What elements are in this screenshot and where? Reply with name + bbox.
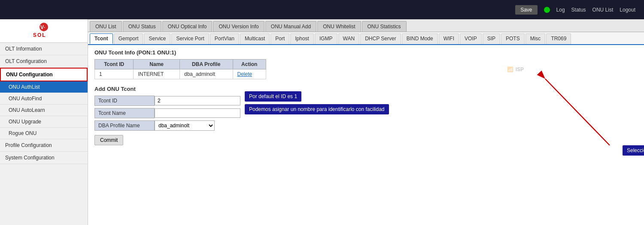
form-row-tcont-name: Tcont Name: [94, 108, 240, 118]
tab-onu-list[interactable]: ONU List: [90, 21, 122, 32]
tab-onu-version-info[interactable]: ONU Version Info: [213, 21, 264, 32]
tab-igmp[interactable]: IGMP: [315, 33, 337, 44]
tab-onu-optical-info[interactable]: ONU Optical Info: [162, 21, 213, 32]
tab-onu-status[interactable]: ONU Status: [123, 21, 161, 32]
tab-wan[interactable]: WAN: [338, 33, 360, 44]
sidebar-item-onu-configuration[interactable]: ONU Configuration: [0, 68, 88, 81]
delete-link[interactable]: Delete: [237, 71, 252, 77]
logout-link[interactable]: Logout: [620, 7, 635, 13]
col-name: Name: [134, 60, 180, 69]
secondary-tab-bar: Tcont Gemport Service Service Port PortV…: [88, 32, 644, 45]
isp-text: ISP: [516, 66, 524, 72]
cell-tcont-id: 1: [95, 69, 134, 79]
label-tcont-name: Tcont Name: [94, 108, 155, 118]
wifi-symbol: 📶: [507, 66, 513, 72]
tab-wifi[interactable]: WIFI: [439, 33, 459, 44]
tab-portvlan[interactable]: PortVlan: [210, 33, 239, 44]
tab-onu-whitelist[interactable]: ONU Whitelist: [317, 21, 361, 32]
callout-group-1: Por default el ID es 1: [245, 92, 283, 101]
sidebar-item-system-configuration[interactable]: System Configuration: [0, 152, 88, 164]
logo: V· SOL: [0, 19, 88, 43]
onu-list-link[interactable]: ONU List: [592, 7, 614, 13]
tab-voip[interactable]: VOIP: [460, 33, 482, 44]
col-action: Action: [233, 60, 266, 69]
col-tcont-id: Tcont ID: [95, 60, 134, 69]
isp-watermark: 📶 ISP: [507, 66, 524, 72]
cell-name: INTERNET: [134, 69, 180, 79]
callout-box-3: Seleccionamos el DBA Profile creado ante…: [623, 145, 644, 156]
sidebar-item-profile-configuration[interactable]: Profile Configuration: [0, 139, 88, 152]
save-button[interactable]: Save: [515, 5, 537, 15]
tab-sip[interactable]: SIP: [483, 33, 500, 44]
form-row-dba-profile: DBA Profile Name dba_adminolt: [94, 120, 240, 131]
sidebar-sub-item-onu-autofind[interactable]: ONU AutoFind: [0, 93, 88, 105]
callout-box-2: Podemos asignar un nombre para identific…: [245, 104, 389, 114]
col-dba-profile: DBA Profile: [179, 60, 233, 69]
tab-dhcp-server[interactable]: DHCP Server: [360, 33, 401, 44]
tab-gemport[interactable]: Gemport: [114, 33, 143, 44]
tab-multicast[interactable]: Multicast: [240, 33, 270, 44]
main-content: ONU List ONU Status ONU Optical Info ONU…: [88, 19, 644, 225]
sidebar-sub-item-rogue-onu[interactable]: Rogue ONU: [0, 128, 88, 139]
top-bar: Save Log Status ONU List Logout: [0, 0, 644, 19]
top-nav: Log Status ONU List Logout: [556, 7, 635, 13]
tcont-content: 📶 ISP ONU Tcont Info (PON:1 ONU:1) Tcont…: [88, 45, 644, 150]
tab-iphost[interactable]: Iphost: [290, 33, 314, 44]
tab-service[interactable]: Service: [144, 33, 170, 44]
primary-tab-bar: ONU List ONU Status ONU Optical Info ONU…: [88, 19, 644, 32]
tab-tr069[interactable]: TR069: [546, 33, 571, 44]
form-row-commit: Commit: [94, 133, 240, 145]
tab-tcont[interactable]: Tcont: [90, 33, 113, 44]
tcont-table: Tcont ID Name DBA Profile Action 1 INTER…: [94, 59, 266, 79]
layout: V· SOL OLT Information OLT Configuration…: [0, 19, 644, 225]
sidebar: V· SOL OLT Information OLT Configuration…: [0, 19, 88, 225]
label-tcont-id: Tcont ID: [94, 96, 155, 106]
status-indicator: [544, 7, 550, 13]
select-dba-profile[interactable]: dba_adminolt: [155, 120, 215, 131]
callout-group-2: Podemos asignar un nombre para identific…: [245, 105, 283, 114]
svg-text:V·: V·: [40, 24, 45, 30]
sidebar-sub-item-onu-autolearn[interactable]: ONU AutoLearn: [0, 105, 88, 116]
sidebar-sub-item-onu-authlist[interactable]: ONU AuthList: [0, 81, 88, 93]
label-dba-profile: DBA Profile Name: [94, 120, 155, 131]
callout-box-1: Por default el ID es 1: [245, 91, 301, 102]
input-tcont-id[interactable]: [155, 96, 240, 105]
tab-misc[interactable]: Misc: [526, 33, 546, 44]
tab-onu-statistics[interactable]: ONU Statistics: [362, 21, 407, 32]
form-row-tcont-id: Tcont ID: [94, 96, 240, 106]
tab-pots[interactable]: POTS: [501, 33, 525, 44]
tcont-info-title: ONU Tcont Info (PON:1 ONU:1): [94, 49, 638, 56]
log-link[interactable]: Log: [556, 7, 565, 13]
cell-dba-profile: dba_adminolt: [179, 69, 233, 79]
add-tcont-title: Add ONU Tcont: [94, 86, 638, 92]
tab-service-port[interactable]: Service Port: [171, 33, 209, 44]
tab-port[interactable]: Port: [270, 33, 289, 44]
input-tcont-name[interactable]: [155, 108, 240, 118]
cell-action: Delete: [233, 69, 266, 79]
tab-bind-mode[interactable]: BIND Mode: [402, 33, 438, 44]
tab-onu-manual-add[interactable]: ONU Manual Add: [265, 21, 316, 32]
status-link[interactable]: Status: [571, 7, 586, 13]
sidebar-item-olt-information[interactable]: OLT Information: [0, 43, 88, 55]
vsol-logo-icon: V· SOL: [31, 22, 57, 39]
commit-button[interactable]: Commit: [94, 135, 123, 145]
sidebar-item-olt-configuration[interactable]: OLT Configuration: [0, 55, 88, 68]
table-row: 1 INTERNET dba_adminolt Delete: [95, 69, 266, 79]
sidebar-sub-item-onu-upgrade[interactable]: ONU Upgrade: [0, 116, 88, 128]
form-and-callouts: Tcont ID Tcont Name DBA Profile Name dba…: [94, 96, 240, 145]
svg-text:SOL: SOL: [33, 32, 46, 38]
